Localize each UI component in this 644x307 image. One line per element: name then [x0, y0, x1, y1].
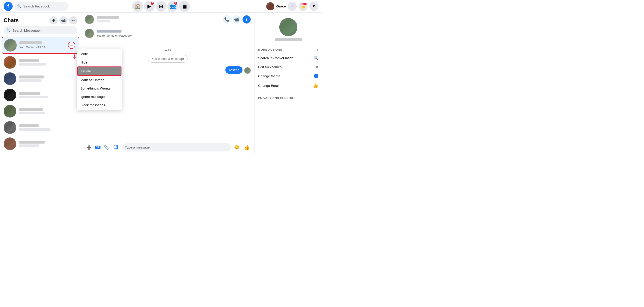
- right-name: [275, 38, 302, 41]
- chat-avatar-5: [4, 105, 16, 118]
- chat-avatar-2: [4, 56, 16, 69]
- info-btn[interactable]: ℹ: [242, 15, 251, 24]
- chat-item-6[interactable]: [0, 119, 81, 136]
- chat-info-4: [19, 92, 78, 98]
- chat-name-5: [19, 108, 43, 111]
- friend-banner-avatar: [85, 29, 94, 38]
- privacy-chevron[interactable]: ‹: [317, 96, 318, 100]
- menu-item-hide[interactable]: Hide: [77, 58, 122, 67]
- menu-item-block[interactable]: Block messages: [77, 101, 122, 109]
- chats-actions: ⚙ 📹 ✏: [50, 16, 78, 25]
- nav-dropdown-btn[interactable]: ▼: [309, 2, 318, 11]
- search-bar[interactable]: 🔍 Search Facebook: [14, 2, 69, 11]
- gif-btn[interactable]: GIF: [95, 146, 100, 149]
- chat-avatar-1: [4, 39, 17, 52]
- facebook-logo[interactable]: f: [4, 2, 13, 11]
- message-input[interactable]: Type a message...: [122, 143, 231, 151]
- chat-top-left: [85, 15, 119, 24]
- more-actions-chevron[interactable]: ∨: [316, 48, 318, 51]
- action-change-theme[interactable]: Change theme: [258, 72, 318, 81]
- chat-item-8[interactable]: [0, 152, 81, 154]
- somethings-wrong-label: Something's Wrong: [80, 86, 110, 90]
- main-layout: Chats ⚙ 📹 ✏ 🔍 Search Messenger You: Test…: [0, 13, 322, 154]
- chats-title: Chats: [4, 17, 19, 24]
- nav-plus-btn[interactable]: +: [288, 2, 297, 11]
- chat-name-4: [19, 92, 40, 95]
- nav-center: 🏠 ▶ 2 ⊞ 👥 7 ▣: [108, 1, 214, 12]
- nav-right: Grace + 🔔 20+ ▼: [214, 2, 318, 11]
- mute-label: Mute: [80, 52, 88, 56]
- chat-item-2[interactable]: [0, 54, 81, 71]
- attach-btn[interactable]: 📎: [102, 143, 110, 151]
- chat-header-name: [97, 16, 119, 19]
- right-profile: [254, 13, 322, 45]
- theme-dot-icon: [314, 74, 318, 78]
- action-change-emoji[interactable]: Change Emoji 👍: [258, 81, 318, 90]
- friend-banner-name: [97, 30, 122, 33]
- chat-preview-1: You: Testing · 13:03: [20, 46, 45, 49]
- chat-item-1[interactable]: You: Testing · 13:03 ···: [2, 37, 79, 54]
- add-btn[interactable]: ➕: [85, 143, 93, 151]
- chat-preview-2: [19, 63, 46, 66]
- menu-item-somethings-wrong[interactable]: Something's Wrong: [77, 84, 122, 93]
- user-avatar: [266, 2, 274, 11]
- top-nav: f 🔍 Search Facebook 🏠 ▶ 2 ⊞ 👥 7 ▣ Gra: [0, 0, 322, 13]
- chat-item-5[interactable]: [0, 103, 81, 119]
- like-btn[interactable]: 👍: [242, 143, 251, 151]
- emoji-btn[interactable]: 😊: [232, 143, 241, 151]
- chat-item-7[interactable]: [0, 136, 81, 152]
- search-messenger-placeholder: Search Messenger: [12, 29, 41, 32]
- chat-item-3[interactable]: [0, 71, 81, 87]
- chats-sidebar: Chats ⚙ 📹 ✏ 🔍 Search Messenger You: Test…: [0, 13, 81, 154]
- message-bubble-1: Testing: [225, 66, 242, 74]
- nav-home-btn[interactable]: 🏠: [132, 1, 143, 12]
- chat-name-1: [20, 41, 42, 44]
- more-options-btn[interactable]: ···: [68, 42, 75, 49]
- nav-bell-btn[interactable]: 🔔 20+: [298, 2, 308, 11]
- chat-item-4[interactable]: [0, 87, 81, 103]
- change-theme-label: Change theme: [258, 74, 280, 78]
- gaming-icon: ▣: [182, 4, 187, 9]
- menu-item-mark-unread[interactable]: Mark as Unread: [77, 76, 122, 84]
- privacy-section: PRIVACY AND SUPPORT ‹: [254, 93, 322, 104]
- plus-icon: +: [291, 4, 294, 9]
- chats-header: Chats ⚙ 📹 ✏: [0, 13, 81, 26]
- chat-preview-3: [19, 79, 42, 82]
- friend-banner-text: You're friends on Facebook: [97, 34, 132, 37]
- menu-item-delete[interactable]: Delete: [77, 67, 122, 76]
- nav-marketplace-btn[interactable]: ⊞: [156, 1, 166, 12]
- chats-search[interactable]: 🔍 Search Messenger: [4, 26, 78, 34]
- action-edit-nicknames[interactable]: Edit Nicknames ✏: [258, 63, 318, 72]
- friend-banner-info: You're friends on Facebook: [97, 30, 132, 38]
- search-placeholder: Search Facebook: [23, 4, 50, 8]
- chat-name-7: [19, 141, 45, 144]
- menu-item-ignore[interactable]: Ignore messages: [77, 93, 122, 101]
- nav-gaming-btn[interactable]: ▣: [179, 1, 190, 12]
- chat-preview-5: [19, 112, 45, 114]
- chat-list: You: Testing · 13:03 ···: [0, 36, 81, 154]
- video-call-btn[interactable]: 📹: [232, 15, 241, 24]
- menu-item-mute[interactable]: Mute: [77, 50, 122, 58]
- chat-input-bar: ➕ GIF 📎 🖼 Type a message... 😊 👍: [81, 141, 254, 154]
- compose-btn[interactable]: ✏: [69, 16, 78, 25]
- edit-nicknames-label: Edit Nicknames: [258, 65, 282, 69]
- chat-avatar-7: [4, 137, 16, 150]
- chat-top-header: 📞 📹 ℹ: [81, 13, 254, 26]
- chat-header-status: [97, 20, 110, 22]
- nav-groups-btn[interactable]: 👥 7: [167, 1, 178, 12]
- new-video-btn[interactable]: 📹: [60, 16, 68, 25]
- chat-info-5: [19, 108, 78, 114]
- settings-btn[interactable]: ⚙: [50, 16, 58, 25]
- chevron-down-icon: ▼: [312, 4, 316, 9]
- nav-watch-btn[interactable]: ▶ 2: [144, 1, 155, 12]
- voice-call-btn[interactable]: 📞: [223, 15, 231, 24]
- search-icon: 🔍: [6, 28, 10, 32]
- action-search-conversation[interactable]: Search in Conversation 🔍: [258, 53, 318, 63]
- right-avatar: [279, 18, 298, 36]
- chat-header-avatar: [85, 15, 94, 24]
- chat-info-3: [19, 76, 78, 82]
- nav-user[interactable]: Grace: [266, 2, 286, 11]
- more-actions-title: MORE ACTIONS: [258, 48, 282, 51]
- nav-left: f 🔍 Search Facebook: [4, 2, 108, 11]
- photo-btn[interactable]: 🖼: [112, 143, 120, 151]
